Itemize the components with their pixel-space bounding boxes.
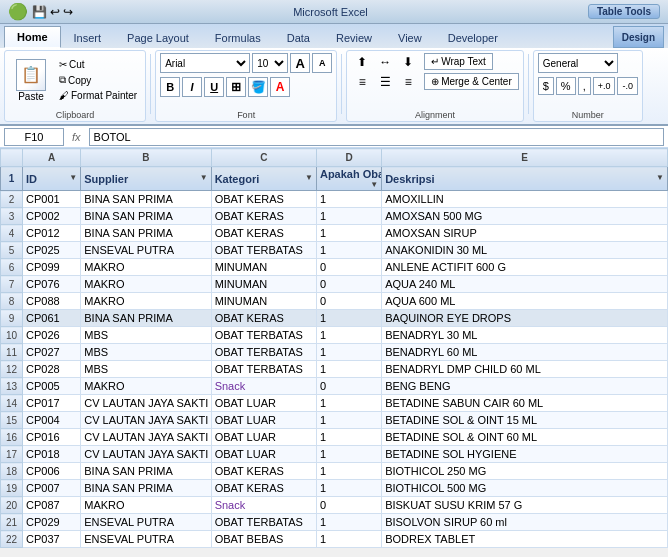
obat-cell[interactable]: 1 <box>316 446 381 463</box>
supplier-cell[interactable]: BINA SAN PRIMA <box>81 191 211 208</box>
kategori-cell[interactable]: MINUMAN <box>211 259 316 276</box>
id-cell[interactable]: CP087 <box>23 497 81 514</box>
save-icon[interactable]: 💾 <box>32 5 47 19</box>
kategori-cell[interactable]: MINUMAN <box>211 276 316 293</box>
id-cell[interactable]: CP005 <box>23 378 81 395</box>
deskripsi-cell[interactable]: BISOLVON SIRUP 60 ml <box>382 514 668 531</box>
copy-button[interactable]: ⧉ Copy <box>55 73 141 87</box>
id-cell[interactable]: CP001 <box>23 191 81 208</box>
align-center-button[interactable]: ☰ <box>374 73 396 91</box>
tab-review[interactable]: Review <box>323 26 385 48</box>
obat-cell[interactable]: 0 <box>316 293 381 310</box>
row-number[interactable]: 22 <box>1 531 23 548</box>
deskripsi-cell[interactable]: BAQUINOR EYE DROPS <box>382 310 668 327</box>
col-header-b[interactable]: B <box>81 149 211 167</box>
formula-input[interactable] <box>89 128 664 146</box>
font-color-button[interactable]: A <box>270 77 290 97</box>
deskripsi-cell[interactable]: BETADINE SOL & OINT 15 ML <box>382 412 668 429</box>
obat-cell[interactable]: 1 <box>316 225 381 242</box>
row-number[interactable]: 2 <box>1 191 23 208</box>
obat-cell[interactable]: 0 <box>316 276 381 293</box>
supplier-cell[interactable]: BINA SAN PRIMA <box>81 310 211 327</box>
col-header-e[interactable]: E <box>382 149 668 167</box>
obat-cell[interactable]: 1 <box>316 531 381 548</box>
obat-cell[interactable]: 1 <box>316 310 381 327</box>
number-format-select[interactable]: General <box>538 53 618 73</box>
id-cell[interactable]: CP006 <box>23 463 81 480</box>
undo-icon[interactable]: ↩ <box>50 5 60 19</box>
deskripsi-cell[interactable]: BENADRYL DMP CHILD 60 ML <box>382 361 668 378</box>
id-cell[interactable]: CP099 <box>23 259 81 276</box>
kategori-cell[interactable]: Snack <box>211 378 316 395</box>
id-cell[interactable]: CP076 <box>23 276 81 293</box>
obat-cell[interactable]: 1 <box>316 344 381 361</box>
kategori-cell[interactable]: OBAT TERBATAS <box>211 514 316 531</box>
row-number[interactable]: 20 <box>1 497 23 514</box>
obat-cell[interactable]: 1 <box>316 514 381 531</box>
kategori-cell[interactable]: MINUMAN <box>211 293 316 310</box>
row-number[interactable]: 9 <box>1 310 23 327</box>
cut-button[interactable]: ✂ Cut <box>55 58 141 71</box>
obat-cell[interactable]: 0 <box>316 259 381 276</box>
deskripsi-cell[interactable]: BODREX TABLET <box>382 531 668 548</box>
underline-button[interactable]: U <box>204 77 224 97</box>
row-number[interactable]: 7 <box>1 276 23 293</box>
kategori-cell[interactable]: OBAT TERBATAS <box>211 327 316 344</box>
align-top-button[interactable]: ⬆ <box>351 53 373 71</box>
supplier-cell[interactable]: BINA SAN PRIMA <box>81 480 211 497</box>
row-number[interactable]: 17 <box>1 446 23 463</box>
id-cell[interactable]: CP025 <box>23 242 81 259</box>
obat-cell[interactable]: 1 <box>316 327 381 344</box>
paste-button[interactable]: 📋 Paste <box>9 54 53 107</box>
id-cell[interactable]: CP002 <box>23 208 81 225</box>
kategori-cell[interactable]: OBAT LUAR <box>211 446 316 463</box>
id-cell[interactable]: CP027 <box>23 344 81 361</box>
redo-icon[interactable]: ↪ <box>63 5 73 19</box>
kategori-cell[interactable]: OBAT KERAS <box>211 208 316 225</box>
deskripsi-cell[interactable]: BISKUAT SUSU KRIM 57 G <box>382 497 668 514</box>
id-cell[interactable]: CP017 <box>23 395 81 412</box>
supplier-cell[interactable]: CV LAUTAN JAYA SAKTI <box>81 429 211 446</box>
row-number[interactable]: 16 <box>1 429 23 446</box>
align-middle-button[interactable]: ↔ <box>374 53 396 71</box>
row-number[interactable]: 19 <box>1 480 23 497</box>
shrink-font-button[interactable]: A <box>312 53 332 73</box>
row-number[interactable]: 5 <box>1 242 23 259</box>
supplier-cell[interactable]: CV LAUTAN JAYA SAKTI <box>81 412 211 429</box>
deskripsi-cell[interactable]: ANAKONIDIN 30 ML <box>382 242 668 259</box>
col-kategori-header[interactable]: Kategori ▼ <box>211 167 316 191</box>
supplier-cell[interactable]: ENSEVAL PUTRA <box>81 531 211 548</box>
kategori-cell[interactable]: OBAT LUAR <box>211 429 316 446</box>
col-supplier-header[interactable]: Supplier ▼ <box>81 167 211 191</box>
row-number[interactable]: 10 <box>1 327 23 344</box>
kategori-cell[interactable]: OBAT LUAR <box>211 412 316 429</box>
row-number[interactable]: 4 <box>1 225 23 242</box>
obat-cell[interactable]: 1 <box>316 191 381 208</box>
increase-decimal-button[interactable]: +.0 <box>593 77 616 95</box>
id-cell[interactable]: CP007 <box>23 480 81 497</box>
row-number[interactable]: 6 <box>1 259 23 276</box>
tab-data[interactable]: Data <box>274 26 323 48</box>
row-number[interactable]: 3 <box>1 208 23 225</box>
id-cell[interactable]: CP037 <box>23 531 81 548</box>
id-cell[interactable]: CP018 <box>23 446 81 463</box>
supplier-cell[interactable]: MAKRO <box>81 497 211 514</box>
row-number[interactable]: 8 <box>1 293 23 310</box>
kategori-cell[interactable]: Snack <box>211 497 316 514</box>
kategori-cell[interactable]: OBAT KERAS <box>211 463 316 480</box>
supplier-cell[interactable]: CV LAUTAN JAYA SAKTI <box>81 446 211 463</box>
kategori-cell[interactable]: OBAT TERBATAS <box>211 344 316 361</box>
deskripsi-cell[interactable]: BENADRYL 60 ML <box>382 344 668 361</box>
col-obat-header[interactable]: Apakah Obat ▼ <box>316 167 381 191</box>
deskripsi-cell[interactable]: BIOTHICOL 250 MG <box>382 463 668 480</box>
supplier-cell[interactable]: MAKRO <box>81 276 211 293</box>
row-number[interactable]: 18 <box>1 463 23 480</box>
col-header-d[interactable]: D <box>316 149 381 167</box>
align-left-button[interactable]: ≡ <box>351 73 373 91</box>
deskripsi-cell[interactable]: BENG BENG <box>382 378 668 395</box>
tab-view[interactable]: View <box>385 26 435 48</box>
tab-formulas[interactable]: Formulas <box>202 26 274 48</box>
kategori-cell[interactable]: OBAT KERAS <box>211 191 316 208</box>
cell-reference-input[interactable] <box>4 128 64 146</box>
kategori-cell[interactable]: OBAT KERAS <box>211 225 316 242</box>
